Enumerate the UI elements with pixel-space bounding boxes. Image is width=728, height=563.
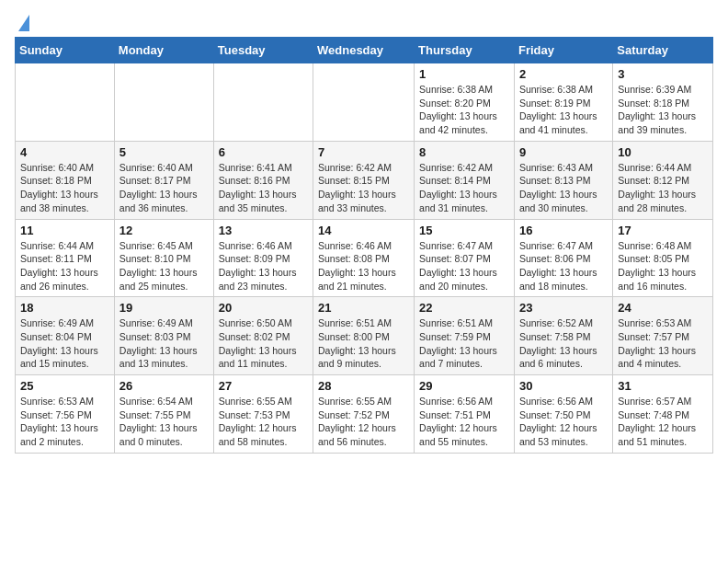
day-info: Sunrise: 6:49 AM Sunset: 8:04 PM Dayligh…	[20, 316, 109, 371]
day-number: 19	[119, 301, 209, 315]
day-number: 20	[219, 301, 308, 315]
day-info: Sunrise: 6:45 AM Sunset: 8:10 PM Dayligh…	[119, 239, 209, 293]
calendar-cell	[313, 63, 415, 142]
calendar-cell: 10Sunrise: 6:44 AM Sunset: 8:12 PM Dayli…	[613, 141, 713, 219]
day-info: Sunrise: 6:46 AM Sunset: 8:09 PM Dayligh…	[219, 239, 308, 293]
calendar-cell: 5Sunrise: 6:40 AM Sunset: 8:17 PM Daylig…	[114, 141, 213, 219]
day-number: 10	[618, 145, 708, 159]
weekday-header-wednesday: Wednesday	[313, 38, 415, 63]
day-number: 8	[419, 145, 509, 159]
day-info: Sunrise: 6:41 AM Sunset: 8:16 PM Dayligh…	[219, 161, 308, 215]
calendar-table: SundayMondayTuesdayWednesdayThursdayFrid…	[15, 37, 713, 454]
weekday-header-monday: Monday	[114, 38, 213, 63]
calendar-body: 1Sunrise: 6:38 AM Sunset: 8:20 PM Daylig…	[16, 63, 713, 454]
day-info: Sunrise: 6:44 AM Sunset: 8:11 PM Dayligh…	[20, 239, 109, 293]
day-info: Sunrise: 6:46 AM Sunset: 8:08 PM Dayligh…	[318, 239, 409, 293]
calendar-cell: 20Sunrise: 6:50 AM Sunset: 8:02 PM Dayli…	[213, 297, 313, 375]
day-info: Sunrise: 6:55 AM Sunset: 7:52 PM Dayligh…	[318, 395, 409, 449]
day-info: Sunrise: 6:55 AM Sunset: 7:53 PM Dayligh…	[219, 395, 308, 449]
day-info: Sunrise: 6:42 AM Sunset: 8:14 PM Dayligh…	[419, 161, 509, 215]
calendar-cell: 31Sunrise: 6:57 AM Sunset: 7:48 PM Dayli…	[613, 375, 713, 454]
weekday-header-sunday: Sunday	[16, 38, 115, 63]
logo-triangle-icon	[18, 15, 29, 31]
day-info: Sunrise: 6:40 AM Sunset: 8:17 PM Dayligh…	[119, 161, 209, 215]
day-number: 22	[419, 301, 509, 315]
calendar-cell: 17Sunrise: 6:48 AM Sunset: 8:05 PM Dayli…	[613, 219, 713, 297]
calendar-cell: 25Sunrise: 6:53 AM Sunset: 7:56 PM Dayli…	[16, 375, 115, 454]
day-number: 31	[618, 379, 708, 393]
day-info: Sunrise: 6:56 AM Sunset: 7:50 PM Dayligh…	[519, 395, 608, 449]
calendar-week-row: 11Sunrise: 6:44 AM Sunset: 8:11 PM Dayli…	[16, 219, 713, 297]
day-info: Sunrise: 6:52 AM Sunset: 7:58 PM Dayligh…	[519, 316, 608, 371]
day-info: Sunrise: 6:51 AM Sunset: 8:00 PM Dayligh…	[318, 316, 409, 371]
calendar-cell	[213, 63, 313, 142]
day-number: 18	[20, 301, 109, 315]
day-number: 25	[20, 379, 109, 393]
calendar-cell: 2Sunrise: 6:38 AM Sunset: 8:19 PM Daylig…	[514, 63, 612, 142]
day-number: 4	[20, 145, 109, 159]
day-number: 26	[119, 379, 209, 393]
calendar-cell: 11Sunrise: 6:44 AM Sunset: 8:11 PM Dayli…	[16, 219, 115, 297]
day-number: 16	[519, 224, 608, 237]
calendar-cell: 8Sunrise: 6:42 AM Sunset: 8:14 PM Daylig…	[415, 141, 515, 219]
weekday-header-thursday: Thursday	[415, 38, 515, 63]
calendar-cell: 26Sunrise: 6:54 AM Sunset: 7:55 PM Dayli…	[114, 375, 213, 454]
calendar-week-row: 25Sunrise: 6:53 AM Sunset: 7:56 PM Dayli…	[16, 375, 713, 454]
day-number: 2	[519, 67, 608, 81]
day-number: 13	[219, 224, 308, 237]
day-info: Sunrise: 6:49 AM Sunset: 8:03 PM Dayligh…	[119, 316, 209, 371]
day-info: Sunrise: 6:48 AM Sunset: 8:05 PM Dayligh…	[618, 239, 708, 293]
calendar-cell: 16Sunrise: 6:47 AM Sunset: 8:06 PM Dayli…	[514, 219, 612, 297]
day-number: 21	[318, 301, 409, 315]
day-number: 23	[519, 301, 608, 315]
day-number: 30	[519, 379, 608, 393]
calendar-cell: 30Sunrise: 6:56 AM Sunset: 7:50 PM Dayli…	[514, 375, 612, 454]
logo	[15, 15, 29, 31]
day-info: Sunrise: 6:54 AM Sunset: 7:55 PM Dayligh…	[119, 395, 209, 449]
calendar-cell: 22Sunrise: 6:51 AM Sunset: 7:59 PM Dayli…	[415, 297, 515, 375]
day-info: Sunrise: 6:56 AM Sunset: 7:51 PM Dayligh…	[419, 395, 509, 449]
day-number: 5	[119, 145, 209, 159]
weekday-header-friday: Friday	[514, 38, 612, 63]
day-number: 9	[519, 145, 608, 159]
calendar-cell: 12Sunrise: 6:45 AM Sunset: 8:10 PM Dayli…	[114, 219, 213, 297]
day-info: Sunrise: 6:40 AM Sunset: 8:18 PM Dayligh…	[20, 161, 109, 215]
calendar-cell	[16, 63, 115, 142]
day-number: 1	[419, 67, 509, 81]
day-info: Sunrise: 6:53 AM Sunset: 7:56 PM Dayligh…	[20, 395, 109, 449]
day-number: 29	[419, 379, 509, 393]
day-number: 3	[618, 67, 708, 81]
calendar-cell: 15Sunrise: 6:47 AM Sunset: 8:07 PM Dayli…	[415, 219, 515, 297]
calendar-week-row: 4Sunrise: 6:40 AM Sunset: 8:18 PM Daylig…	[16, 141, 713, 219]
day-info: Sunrise: 6:42 AM Sunset: 8:15 PM Dayligh…	[318, 161, 409, 215]
day-info: Sunrise: 6:53 AM Sunset: 7:57 PM Dayligh…	[618, 316, 708, 371]
day-info: Sunrise: 6:38 AM Sunset: 8:19 PM Dayligh…	[519, 83, 608, 137]
calendar-cell: 6Sunrise: 6:41 AM Sunset: 8:16 PM Daylig…	[213, 141, 313, 219]
day-info: Sunrise: 6:43 AM Sunset: 8:13 PM Dayligh…	[519, 161, 608, 215]
calendar-cell: 19Sunrise: 6:49 AM Sunset: 8:03 PM Dayli…	[114, 297, 213, 375]
day-number: 17	[618, 224, 708, 237]
day-number: 15	[419, 224, 509, 237]
day-info: Sunrise: 6:47 AM Sunset: 8:06 PM Dayligh…	[519, 239, 608, 293]
calendar-cell: 28Sunrise: 6:55 AM Sunset: 7:52 PM Dayli…	[313, 375, 415, 454]
calendar-cell: 18Sunrise: 6:49 AM Sunset: 8:04 PM Dayli…	[16, 297, 115, 375]
weekday-header-saturday: Saturday	[613, 38, 713, 63]
day-info: Sunrise: 6:44 AM Sunset: 8:12 PM Dayligh…	[618, 161, 708, 215]
calendar-cell: 4Sunrise: 6:40 AM Sunset: 8:18 PM Daylig…	[16, 141, 115, 219]
day-info: Sunrise: 6:47 AM Sunset: 8:07 PM Dayligh…	[419, 239, 509, 293]
calendar-cell: 1Sunrise: 6:38 AM Sunset: 8:20 PM Daylig…	[415, 63, 515, 142]
day-info: Sunrise: 6:51 AM Sunset: 7:59 PM Dayligh…	[419, 316, 509, 371]
calendar-cell: 14Sunrise: 6:46 AM Sunset: 8:08 PM Dayli…	[313, 219, 415, 297]
calendar-header-row: SundayMondayTuesdayWednesdayThursdayFrid…	[16, 38, 713, 63]
day-info: Sunrise: 6:57 AM Sunset: 7:48 PM Dayligh…	[618, 395, 708, 449]
calendar-cell: 3Sunrise: 6:39 AM Sunset: 8:18 PM Daylig…	[613, 63, 713, 142]
calendar-cell: 23Sunrise: 6:52 AM Sunset: 7:58 PM Dayli…	[514, 297, 612, 375]
calendar-cell: 13Sunrise: 6:46 AM Sunset: 8:09 PM Dayli…	[213, 219, 313, 297]
day-number: 14	[318, 224, 409, 237]
calendar-cell: 29Sunrise: 6:56 AM Sunset: 7:51 PM Dayli…	[415, 375, 515, 454]
day-number: 7	[318, 145, 409, 159]
calendar-cell: 24Sunrise: 6:53 AM Sunset: 7:57 PM Dayli…	[613, 297, 713, 375]
day-info: Sunrise: 6:39 AM Sunset: 8:18 PM Dayligh…	[618, 83, 708, 137]
day-info: Sunrise: 6:38 AM Sunset: 8:20 PM Dayligh…	[419, 83, 509, 137]
day-number: 6	[219, 145, 308, 159]
